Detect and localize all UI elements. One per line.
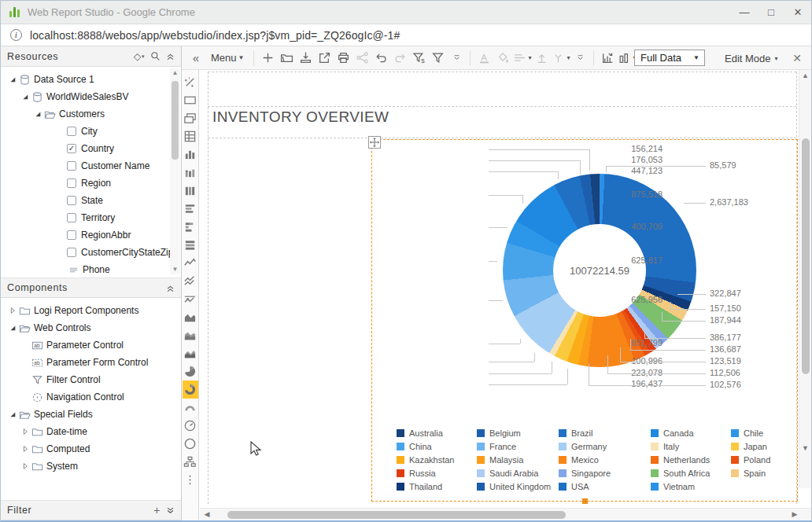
horizontal-scroll-thumb[interactable] [227,511,566,519]
component-item-parameter-form-control[interactable]: abParameter Form Control [1,354,181,371]
component-item-date-time[interactable]: Date-time [1,423,181,440]
collapse-node-icon[interactable] [20,93,31,101]
legend-item-singapore[interactable]: Singapore [559,466,651,480]
horizontal-scrollbar[interactable]: ◀ ▶ [200,508,811,520]
h-stacked-bar-chart-icon[interactable] [183,218,198,236]
stacked-bar-chart-icon[interactable] [183,164,198,182]
legend-item-netherlands[interactable]: Netherlands [651,453,731,466]
legend-item-brazil[interactable]: Brazil [559,426,651,439]
component-item-filter-control[interactable]: Filter Control [1,371,181,388]
collapse-panel-icon[interactable] [166,52,175,61]
resource-item-data-source-1[interactable]: Data Source 1 [1,71,181,88]
legend-item-china[interactable]: China [397,439,477,453]
legend-item-australia[interactable]: Australia [397,426,477,439]
collapse-node-icon[interactable] [7,324,18,332]
report-wizard-icon[interactable] [183,73,198,91]
h-bar-chart-icon[interactable] [183,200,198,218]
scroll-right-arrow[interactable]: ▶ [789,509,800,520]
table-icon[interactable] [183,127,198,145]
legend-item-mexico[interactable]: Mexico [559,453,651,466]
scroll-down-arrow[interactable]: ▼ [799,444,811,452]
legend-item-usa[interactable]: USA [559,480,651,493]
report-title[interactable]: INVENTORY OVERVIEW [212,108,389,126]
resource-item-city[interactable]: City [1,123,181,140]
legend-item-vietnam[interactable]: Vietnam [651,480,731,493]
resource-item-customercitystatezip[interactable]: CustomerCityStateZip [1,244,181,261]
filter-button[interactable] [429,49,446,68]
component-item-navigation-control[interactable]: Navigation Control [1,388,181,406]
legend-item-canada[interactable]: Canada [651,426,731,439]
convert-to-chart-button[interactable] [599,49,616,68]
resource-item-customers[interactable]: Customers [1,105,181,123]
maximize-button[interactable]: □ [758,1,784,24]
pie-chart-icon[interactable] [183,362,198,380]
vertical-scrollbar[interactable]: ▲ ▼ [799,70,811,488]
org-chart-icon[interactable] [183,453,198,471]
ribbon-area-chart-icon[interactable] [183,344,198,362]
scroll-up-arrow[interactable]: ▲ [799,72,811,79]
resource-item-phone[interactable]: Phone [1,261,181,278]
legend-item-russia[interactable]: Russia [397,466,477,480]
checkbox-unchecked[interactable] [67,196,76,205]
legend-item-united-kingdom[interactable]: United Kingdom [477,480,559,493]
close-report-button[interactable]: ✕ [788,50,806,67]
checkbox-unchecked[interactable] [67,161,76,171]
component-item-computed[interactable]: Computed [1,440,181,458]
collapse-node-icon[interactable] [7,410,18,418]
donut-chart-icon[interactable] [183,380,198,399]
view-mode-select[interactable]: Full Data ▼ [634,50,705,66]
new-report-button[interactable] [259,49,276,68]
checkbox-unchecked[interactable] [67,213,76,222]
search-icon[interactable] [150,51,161,61]
close-button[interactable]: ✕ [784,1,811,24]
bar-chart-icon[interactable] [183,145,198,164]
component-item-parameter-control[interactable]: abParameter Control [1,336,181,354]
open-button[interactable] [278,49,295,68]
more-options-button[interactable] [448,49,465,68]
component-item-system[interactable]: System [1,458,181,475]
component-item-web-controls[interactable]: Web Controls [1,319,181,336]
legend-item-saudi-arabia[interactable]: Saudi Arabia [477,466,559,480]
legend-item-spain[interactable]: Spain [731,466,800,480]
legend-item-italy[interactable]: Italy [651,439,731,453]
menu-button[interactable]: Menu▼ [206,49,249,68]
tabular-icon[interactable] [183,109,198,127]
circle-shape-icon[interactable] [183,435,198,453]
line-marker-chart-icon[interactable] [183,290,198,308]
arc-gauge-icon[interactable] [183,399,198,417]
more-components-icon[interactable] [183,471,198,489]
scroll-up-arrow[interactable]: ▲ [170,68,180,78]
url-text[interactable]: localhost:8888/webos/app/webstudio/index… [30,29,400,42]
resource-item-country[interactable]: ✓Country [1,140,181,157]
checkbox-unchecked[interactable] [67,248,76,257]
legend-item-france[interactable]: France [477,439,559,453]
component-item-special-fields[interactable]: Special Fields [1,406,181,423]
resource-item-customer-name[interactable]: Customer Name [1,157,181,175]
edit-mode-button[interactable]: Edit Mode▾ [725,50,778,67]
vertical-scroll-thumb[interactable] [802,138,810,374]
expand-node-icon[interactable] [20,428,31,436]
column-chart-icon[interactable] [183,182,198,200]
legend-item-south-africa[interactable]: South Africa [651,466,731,480]
filter-values-button[interactable]: $ [410,49,427,68]
browser-address-bar[interactable]: i localhost:8888/webos/app/webstudio/ind… [1,24,811,46]
site-info-icon[interactable]: i [10,29,22,41]
line-chart-icon[interactable] [183,254,198,272]
print-button[interactable] [334,49,352,68]
collapse-node-icon[interactable] [7,75,18,83]
report-canvas[interactable]: INVENTORY OVERVIEW 10072214.59 156,21417… [200,70,800,510]
checkbox-checked[interactable]: ✓ [67,144,76,153]
legend-item-kazakhstan[interactable]: Kazakhstan [397,453,477,466]
more-format-button[interactable] [571,49,589,68]
expand-node-icon[interactable] [7,307,18,314]
resource-item-territory[interactable]: Territory [1,209,181,226]
banded-object-icon[interactable] [183,91,198,109]
checkbox-unchecked[interactable] [67,178,76,188]
legend-item-germany[interactable]: Germany [559,439,651,453]
resources-scrollbar[interactable]: ▲ ▼ [170,68,180,274]
legend-item-thailand[interactable]: Thailand [397,480,477,493]
legend-item-chile[interactable]: Chile [731,426,800,439]
scroll-down-arrow[interactable]: ▼ [170,265,180,274]
resource-item-state[interactable]: State [1,192,181,209]
legend-item-malaysia[interactable]: Malaysia [477,453,559,466]
